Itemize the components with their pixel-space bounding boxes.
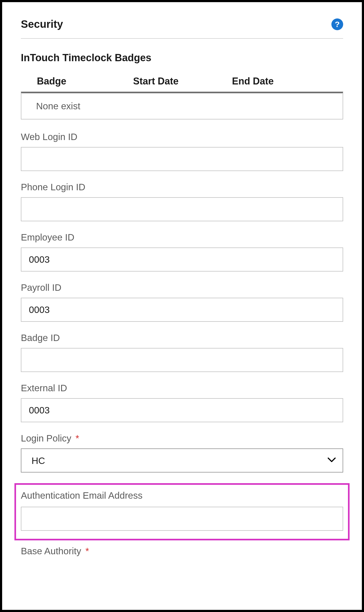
phone-login-id-input[interactable] — [21, 197, 343, 221]
badge-id-input[interactable] — [21, 348, 343, 372]
field-payroll-id: Payroll ID — [21, 282, 343, 322]
field-employee-id: Employee ID — [21, 232, 343, 272]
table-empty-text: None exist — [36, 101, 328, 111]
payroll-id-label: Payroll ID — [21, 282, 343, 293]
help-icon[interactable]: ? — [331, 18, 343, 30]
divider — [21, 38, 343, 39]
field-badge-id: Badge ID — [21, 332, 343, 372]
column-badge: Badge — [37, 76, 133, 87]
column-start-date: Start Date — [133, 76, 232, 87]
external-id-label: External ID — [21, 383, 343, 393]
table-header: Badge Start Date End Date — [21, 76, 343, 87]
auth-email-highlight: Authentication Email Address — [14, 483, 350, 540]
phone-login-id-label: Phone Login ID — [21, 182, 343, 192]
login-policy-select[interactable]: HC — [21, 448, 343, 472]
payroll-id-input[interactable] — [21, 298, 343, 322]
field-base-authority: Base Authority * — [21, 546, 343, 556]
field-login-policy: Login Policy * HC — [21, 433, 343, 472]
web-login-id-label: Web Login ID — [21, 131, 343, 142]
field-external-id: External ID — [21, 383, 343, 422]
required-asterisk: * — [75, 433, 79, 443]
web-login-id-input[interactable] — [21, 147, 343, 171]
login-policy-select-wrapper: HC — [21, 448, 343, 472]
badge-id-label: Badge ID — [21, 332, 343, 343]
employee-id-label: Employee ID — [21, 232, 343, 243]
field-phone-login-id: Phone Login ID — [21, 182, 343, 221]
field-auth-email: Authentication Email Address — [21, 490, 343, 531]
required-asterisk: * — [85, 546, 89, 556]
employee-id-input[interactable] — [21, 247, 343, 272]
auth-email-label: Authentication Email Address — [21, 490, 343, 501]
auth-email-input[interactable] — [21, 507, 343, 531]
external-id-input[interactable] — [21, 398, 343, 422]
table-body: None exist — [21, 92, 343, 119]
field-web-login-id: Web Login ID — [21, 131, 343, 171]
base-authority-label: Base Authority * — [21, 546, 343, 556]
column-end-date: End Date — [232, 76, 343, 87]
base-authority-label-text: Base Authority — [21, 546, 81, 556]
section-title: InTouch Timeclock Badges — [21, 52, 343, 64]
header: Security ? — [21, 18, 343, 30]
page-title: Security — [21, 18, 63, 30]
login-policy-label-text: Login Policy — [21, 433, 71, 443]
login-policy-label: Login Policy * — [21, 433, 343, 444]
